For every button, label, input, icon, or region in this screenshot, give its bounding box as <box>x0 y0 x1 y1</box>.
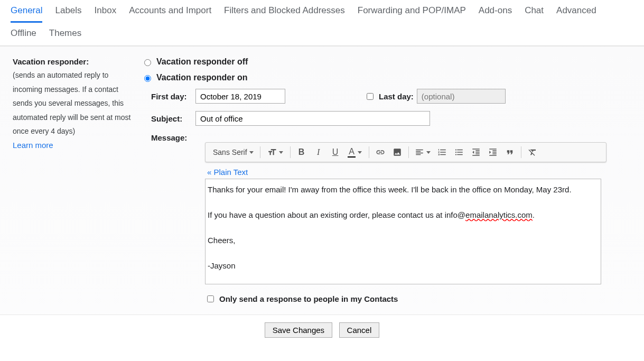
divider <box>408 146 409 158</box>
divider <box>369 146 369 158</box>
section-help-text: (sends an automated reply to incoming me… <box>13 68 139 138</box>
message-label: Message: <box>151 133 195 142</box>
tab-accounts[interactable]: Accounts and Import <box>129 0 211 23</box>
save-button[interactable]: Save Changes <box>265 322 332 338</box>
font-family-label: Sans Serif <box>213 148 247 156</box>
indent-less-button[interactable] <box>468 144 484 160</box>
section-controls: Vacation responder off Vacation responde… <box>139 57 631 304</box>
cancel-button[interactable]: Cancel <box>339 322 380 338</box>
numbered-list-button[interactable] <box>434 144 450 160</box>
firstday-label: First day: <box>151 92 195 101</box>
caret-down-icon <box>249 151 254 154</box>
contacts-only-option[interactable]: Only send a response to people in my Con… <box>205 294 631 304</box>
link-button[interactable] <box>372 144 388 160</box>
tab-offline[interactable]: Offline <box>11 23 36 45</box>
divider <box>290 146 291 158</box>
tab-chat[interactable]: Chat <box>525 0 544 23</box>
tab-filters[interactable]: Filters and Blocked Addresses <box>224 0 345 23</box>
message-line-2c: . <box>533 210 535 219</box>
responder-on-label: Vacation responder on <box>156 73 247 82</box>
tab-labels[interactable]: Labels <box>55 0 81 23</box>
divider <box>521 146 521 158</box>
image-button[interactable] <box>389 144 405 160</box>
settings-tabs: General Labels Inbox Accounts and Import… <box>0 0 644 46</box>
align-button[interactable] <box>412 144 433 160</box>
lastday-checkbox[interactable] <box>367 93 374 100</box>
responder-off-radio[interactable] <box>144 59 151 66</box>
responder-on-option[interactable]: Vacation responder on <box>142 73 631 82</box>
caret-down-icon <box>358 151 362 154</box>
divider <box>260 146 260 158</box>
subject-input[interactable] <box>195 111 430 126</box>
tab-themes[interactable]: Themes <box>49 23 81 45</box>
firstday-input[interactable] <box>195 89 285 104</box>
caret-down-icon <box>426 151 431 154</box>
responder-off-option[interactable]: Vacation responder off <box>142 57 631 67</box>
bullet-list-button[interactable] <box>451 144 467 160</box>
message-editor[interactable]: Thanks for your email! I'm away from the… <box>205 179 601 284</box>
tab-advanced[interactable]: Advanced <box>556 0 596 23</box>
caret-down-icon <box>279 151 283 154</box>
vacation-responder-section: Vacation responder: (sends an automated … <box>0 46 644 315</box>
message-line-2a: If you have a question about an existing… <box>208 210 465 219</box>
tab-addons[interactable]: Add-ons <box>479 0 512 23</box>
editor-toolbar: Sans Serif B I U A <box>205 142 606 162</box>
responder-on-radio[interactable] <box>144 75 151 82</box>
tab-forwarding[interactable]: Forwarding and POP/IMAP <box>358 0 466 23</box>
learn-more-link[interactable]: Learn more <box>13 141 53 150</box>
bold-button[interactable]: B <box>294 144 310 160</box>
lastday-label: Last day: <box>379 92 414 101</box>
contacts-only-checkbox[interactable] <box>207 295 214 302</box>
subject-label: Subject: <box>151 114 195 123</box>
font-family-select[interactable]: Sans Serif <box>210 143 257 162</box>
message-line-1: Thanks for your email! I'm away from the… <box>208 185 572 194</box>
font-size-button[interactable] <box>264 144 287 160</box>
remove-formatting-button[interactable] <box>525 144 540 160</box>
contacts-only-label: Only send a response to people in my Con… <box>219 294 398 303</box>
message-line-3: Cheers, <box>208 236 236 245</box>
lastday-input[interactable] <box>417 89 506 104</box>
tab-general[interactable]: General <box>11 0 42 23</box>
section-description: Vacation responder: (sends an automated … <box>13 57 139 304</box>
tab-inbox[interactable]: Inbox <box>95 0 117 23</box>
underline-button[interactable]: U <box>328 144 343 160</box>
responder-off-label: Vacation responder off <box>156 57 248 67</box>
message-line-4: -Jayson <box>208 261 236 270</box>
section-title: Vacation responder: <box>13 57 139 66</box>
plain-text-link[interactable]: « Plain Text <box>207 168 248 177</box>
footer-actions: Save Changes Cancel <box>0 315 644 345</box>
italic-button[interactable]: I <box>311 144 326 160</box>
message-misspell: emailanalytics.com <box>465 210 533 219</box>
quote-button[interactable] <box>502 144 518 160</box>
text-color-button[interactable]: A <box>344 144 366 160</box>
indent-more-button[interactable] <box>485 144 501 160</box>
